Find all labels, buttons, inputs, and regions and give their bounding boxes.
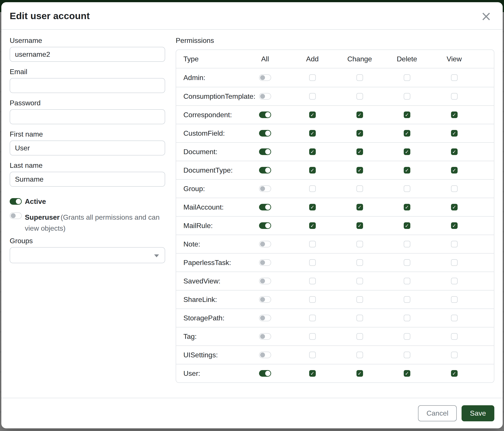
change-checkbox[interactable] bbox=[356, 296, 363, 303]
change-checkbox[interactable] bbox=[356, 93, 363, 100]
view-checkbox[interactable]: ✓ bbox=[451, 148, 458, 155]
change-checkbox[interactable] bbox=[356, 333, 363, 340]
last-name-input[interactable] bbox=[10, 172, 165, 187]
all-toggle[interactable] bbox=[259, 148, 271, 155]
all-toggle[interactable] bbox=[259, 241, 271, 247]
all-toggle[interactable] bbox=[259, 315, 271, 321]
all-toggle[interactable] bbox=[259, 222, 271, 229]
view-checkbox[interactable]: ✓ bbox=[451, 222, 458, 229]
view-checkbox[interactable] bbox=[451, 333, 458, 340]
permission-type-label: SavedView: bbox=[176, 272, 242, 290]
superuser-toggle[interactable] bbox=[10, 212, 22, 219]
delete-checkbox[interactable]: ✓ bbox=[404, 222, 410, 229]
view-checkbox[interactable] bbox=[451, 296, 458, 303]
change-checkbox[interactable] bbox=[356, 352, 363, 358]
change-checkbox[interactable] bbox=[356, 74, 363, 81]
all-toggle[interactable] bbox=[259, 352, 271, 358]
all-toggle[interactable] bbox=[259, 370, 271, 377]
delete-checkbox[interactable]: ✓ bbox=[404, 167, 410, 173]
delete-checkbox[interactable] bbox=[404, 259, 410, 266]
add-checkbox[interactable]: ✓ bbox=[309, 370, 316, 377]
view-checkbox[interactable] bbox=[451, 315, 458, 321]
add-checkbox[interactable] bbox=[309, 241, 316, 247]
add-checkbox[interactable]: ✓ bbox=[309, 222, 316, 229]
all-toggle[interactable] bbox=[259, 130, 271, 136]
add-checkbox[interactable] bbox=[309, 185, 316, 192]
delete-checkbox[interactable] bbox=[404, 315, 410, 321]
change-checkbox[interactable]: ✓ bbox=[356, 370, 363, 377]
change-checkbox[interactable] bbox=[356, 315, 363, 321]
add-checkbox[interactable] bbox=[309, 333, 316, 340]
delete-checkbox[interactable]: ✓ bbox=[404, 111, 410, 118]
change-checkbox[interactable]: ✓ bbox=[356, 148, 363, 155]
delete-checkbox[interactable] bbox=[404, 74, 410, 81]
password-input[interactable] bbox=[10, 109, 165, 124]
view-checkbox[interactable] bbox=[451, 259, 458, 266]
add-checkbox[interactable]: ✓ bbox=[309, 204, 316, 210]
change-checkbox[interactable] bbox=[356, 259, 363, 266]
view-checkbox[interactable] bbox=[451, 185, 458, 192]
view-checkbox[interactable]: ✓ bbox=[451, 111, 458, 118]
add-checkbox[interactable] bbox=[309, 315, 316, 321]
permission-row: ConsumptionTemplate: bbox=[176, 87, 494, 105]
delete-checkbox[interactable] bbox=[404, 185, 410, 192]
view-checkbox[interactable] bbox=[451, 74, 458, 81]
delete-checkbox[interactable]: ✓ bbox=[404, 148, 410, 155]
view-checkbox[interactable]: ✓ bbox=[451, 204, 458, 210]
form-field: Last name bbox=[10, 161, 165, 187]
add-checkbox[interactable] bbox=[309, 278, 316, 284]
view-checkbox[interactable]: ✓ bbox=[451, 370, 458, 377]
change-checkbox[interactable] bbox=[356, 241, 363, 247]
add-checkbox[interactable] bbox=[309, 259, 316, 266]
view-checkbox[interactable] bbox=[451, 352, 458, 358]
all-toggle[interactable] bbox=[259, 278, 271, 284]
view-checkbox[interactable] bbox=[451, 241, 458, 247]
add-checkbox[interactable] bbox=[309, 296, 316, 303]
add-checkbox[interactable] bbox=[309, 352, 316, 358]
change-checkbox[interactable]: ✓ bbox=[356, 130, 363, 136]
all-toggle[interactable] bbox=[259, 259, 271, 266]
add-checkbox[interactable]: ✓ bbox=[309, 111, 316, 118]
change-checkbox[interactable]: ✓ bbox=[356, 222, 363, 229]
change-checkbox[interactable] bbox=[356, 278, 363, 284]
active-toggle[interactable] bbox=[10, 198, 22, 205]
all-toggle[interactable] bbox=[259, 167, 271, 173]
delete-checkbox[interactable] bbox=[404, 241, 410, 247]
close-button[interactable]: × bbox=[478, 11, 494, 21]
cancel-button[interactable]: Cancel bbox=[418, 405, 457, 421]
view-checkbox[interactable] bbox=[451, 278, 458, 284]
delete-checkbox[interactable]: ✓ bbox=[404, 204, 410, 210]
change-checkbox[interactable]: ✓ bbox=[356, 167, 363, 173]
delete-checkbox[interactable] bbox=[404, 93, 410, 100]
view-checkbox[interactable]: ✓ bbox=[451, 130, 458, 136]
add-checkbox[interactable]: ✓ bbox=[309, 130, 316, 136]
delete-checkbox[interactable] bbox=[404, 333, 410, 340]
change-checkbox[interactable]: ✓ bbox=[356, 111, 363, 118]
delete-checkbox[interactable] bbox=[404, 296, 410, 303]
all-toggle[interactable] bbox=[259, 111, 271, 118]
all-toggle[interactable] bbox=[259, 74, 271, 81]
delete-checkbox[interactable]: ✓ bbox=[404, 370, 410, 377]
all-toggle[interactable] bbox=[259, 93, 271, 100]
delete-checkbox[interactable] bbox=[404, 352, 410, 358]
add-checkbox[interactable]: ✓ bbox=[309, 167, 316, 173]
email-input[interactable] bbox=[10, 78, 165, 93]
add-checkbox[interactable]: ✓ bbox=[309, 148, 316, 155]
change-checkbox[interactable]: ✓ bbox=[356, 204, 363, 210]
all-toggle[interactable] bbox=[259, 333, 271, 340]
groups-select[interactable] bbox=[10, 247, 165, 263]
username-input[interactable] bbox=[10, 47, 165, 62]
view-checkbox[interactable]: ✓ bbox=[451, 167, 458, 173]
add-checkbox[interactable] bbox=[309, 93, 316, 100]
all-toggle[interactable] bbox=[259, 185, 271, 192]
save-button[interactable]: Save bbox=[462, 405, 494, 421]
delete-checkbox[interactable] bbox=[404, 278, 410, 284]
change-checkbox[interactable] bbox=[356, 185, 363, 192]
delete-checkbox[interactable]: ✓ bbox=[404, 130, 410, 136]
all-toggle[interactable] bbox=[259, 296, 271, 303]
permission-type-label: User: bbox=[176, 364, 242, 382]
add-checkbox[interactable] bbox=[309, 74, 316, 81]
first-name-input[interactable] bbox=[10, 141, 165, 155]
view-checkbox[interactable] bbox=[451, 93, 458, 100]
all-toggle[interactable] bbox=[259, 204, 271, 210]
